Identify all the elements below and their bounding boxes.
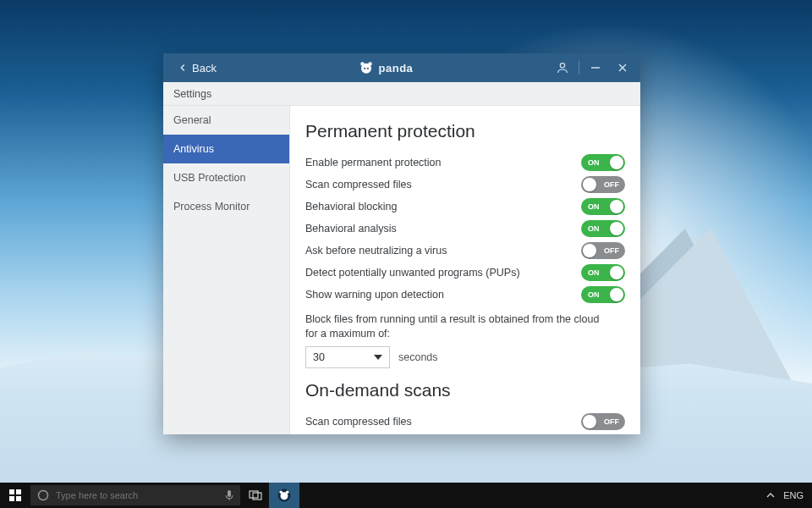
- toggle-knob: [610, 288, 623, 301]
- svg-marker-9: [374, 355, 382, 360]
- toggle-knob: [583, 178, 596, 191]
- option-label: Behavioral blocking: [305, 201, 581, 213]
- separator: [579, 61, 579, 75]
- section-title-ondemand: On-demand scans: [305, 380, 625, 400]
- breadcrumb-label: Settings: [173, 88, 211, 100]
- option-label: Ask before neutralizing a virus: [305, 245, 581, 257]
- section-title-permanent: Permanent protection: [305, 121, 625, 141]
- breadcrumb: Settings: [163, 82, 640, 106]
- toggle-behavioral-blocking[interactable]: ON: [581, 198, 625, 215]
- option-row: Ask before neutralizing a virus OFF: [305, 240, 625, 262]
- option-row: Behavioral blocking ON: [305, 196, 625, 218]
- option-row: Scan compressed files OFF: [305, 411, 625, 433]
- svg-rect-10: [9, 489, 14, 494]
- svg-point-4: [366, 68, 368, 69]
- toggle-text: OFF: [604, 246, 619, 255]
- block-note: Block files from running until a result …: [305, 312, 610, 341]
- svg-point-3: [364, 68, 365, 69]
- sidebar-item-general[interactable]: General: [163, 106, 289, 135]
- toggle-text: ON: [588, 224, 600, 233]
- toggle-detect-pups-perm[interactable]: ON: [581, 264, 625, 281]
- option-row: Scan compressed files OFF: [305, 174, 625, 196]
- svg-point-1: [360, 62, 365, 66]
- caret-down-icon: [374, 353, 382, 362]
- toggle-text: ON: [588, 202, 600, 211]
- option-label: Scan compressed files: [305, 179, 581, 190]
- toggle-knob: [610, 266, 623, 279]
- sidebar-item-usb-protection[interactable]: USB Protection: [163, 163, 289, 192]
- tray-language[interactable]: ENG: [783, 490, 804, 500]
- toggle-knob: [610, 156, 623, 169]
- brand-text: panda: [379, 62, 414, 75]
- svg-point-5: [560, 64, 564, 68]
- toggle-knob: [610, 200, 623, 213]
- toggle-knob: [610, 222, 623, 235]
- svg-rect-17: [253, 493, 261, 500]
- tray-chevron-up-icon[interactable]: [766, 483, 775, 508]
- option-row: Behavioral analysis ON: [305, 218, 625, 240]
- task-view-icon: [249, 490, 262, 500]
- toggle-knob: [583, 244, 596, 257]
- toggle-show-warning[interactable]: ON: [581, 286, 625, 303]
- panda-logo-icon: [359, 60, 374, 75]
- window-body: General Antivirus USB Protection Process…: [163, 106, 640, 434]
- system-tray: ENG: [758, 483, 812, 508]
- svg-rect-13: [16, 496, 21, 501]
- minimize-icon: [590, 63, 601, 73]
- option-row: Detect potentially unwanted programs (PU…: [305, 433, 625, 434]
- cortana-circle-icon: [37, 489, 49, 501]
- svg-point-21: [286, 490, 289, 494]
- back-button[interactable]: Back: [172, 58, 222, 78]
- option-label: Scan compressed files: [305, 416, 581, 428]
- svg-rect-16: [250, 491, 258, 498]
- toggle-enable-permanent-protection[interactable]: ON: [581, 154, 625, 171]
- account-button[interactable]: [550, 58, 575, 78]
- titlebar: Back panda: [163, 53, 640, 82]
- toggle-ask-before-neutralizing[interactable]: OFF: [581, 242, 625, 259]
- taskbar-app-panda[interactable]: [269, 483, 299, 508]
- option-label: Show warning upon detection: [305, 289, 581, 301]
- sidebar-item-label: USB Protection: [173, 172, 245, 184]
- toggle-text: ON: [588, 158, 600, 167]
- back-label: Back: [192, 62, 217, 75]
- minimize-button[interactable]: [583, 58, 608, 78]
- user-icon: [556, 61, 569, 75]
- toggle-text: ON: [588, 268, 600, 277]
- option-row: Show warning upon detection ON: [305, 284, 625, 306]
- taskbar: ENG: [0, 483, 812, 508]
- mic-icon: [225, 489, 233, 501]
- sidebar-item-label: Antivirus: [173, 143, 214, 155]
- settings-content: Permanent protection Enable permanent pr…: [290, 106, 640, 434]
- toggle-knob: [583, 415, 596, 428]
- taskbar-search-input[interactable]: [56, 490, 218, 500]
- svg-point-14: [39, 491, 48, 500]
- settings-sidebar: General Antivirus USB Protection Process…: [163, 106, 290, 434]
- option-label: Detect potentially unwanted programs (PU…: [305, 267, 581, 279]
- toggle-scan-compressed-perm[interactable]: OFF: [581, 176, 625, 193]
- settings-scroll[interactable]: Permanent protection Enable permanent pr…: [290, 106, 640, 434]
- svg-rect-11: [16, 489, 21, 494]
- taskbar-search[interactable]: [30, 485, 240, 505]
- chevron-left-icon: [177, 62, 189, 74]
- brand: panda: [222, 60, 550, 75]
- option-label: Enable permanent protection: [305, 157, 581, 168]
- start-button[interactable]: [0, 483, 30, 508]
- task-view-button[interactable]: [242, 483, 269, 508]
- block-timeout-row: 30 seconds: [305, 346, 625, 368]
- toggle-scan-compressed-od[interactable]: OFF: [581, 413, 625, 430]
- svg-rect-15: [228, 490, 231, 497]
- panda-settings-window: Back panda: [163, 53, 640, 434]
- block-timeout-value: 30: [313, 351, 325, 363]
- close-button[interactable]: [610, 58, 635, 78]
- desktop-wallpaper: Back panda: [0, 0, 812, 508]
- toggle-text: OFF: [604, 180, 619, 189]
- sidebar-item-antivirus[interactable]: Antivirus: [163, 135, 289, 163]
- panda-app-icon: [277, 488, 292, 503]
- window-controls: [550, 58, 635, 78]
- sidebar-item-process-monitor[interactable]: Process Monitor: [163, 192, 289, 221]
- block-timeout-select[interactable]: 30: [305, 346, 390, 368]
- toggle-behavioral-analysis[interactable]: ON: [581, 220, 625, 237]
- block-timeout-unit: seconds: [398, 351, 438, 363]
- toggle-text: OFF: [604, 417, 619, 426]
- sidebar-item-label: Process Monitor: [173, 201, 250, 213]
